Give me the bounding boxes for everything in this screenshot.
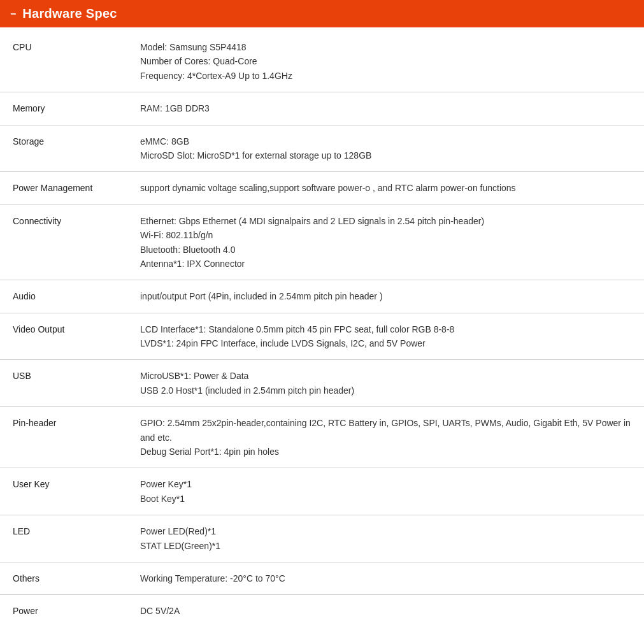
spec-value-line: RAM: 1GB DDR3 — [140, 101, 631, 115]
spec-label: Video Output — [0, 313, 127, 360]
spec-value-line: Bluetooth: Bluetooth 4.0 — [140, 243, 631, 257]
spec-value-line: Debug Serial Port*1: 4pin pin holes — [140, 445, 631, 459]
spec-value-line: LCD Interface*1: Standalone 0.5mm pitch … — [140, 322, 631, 336]
page-title: Hardware Spec — [22, 6, 117, 21]
table-row: PowerDC 5V/2A — [0, 595, 644, 627]
spec-value-line: Working Temperature: -20°C to 70°C — [140, 571, 631, 585]
spec-value: Model: Samsung S5P4418Number of Cores: Q… — [127, 27, 644, 92]
spec-value: input/output Port (4Pin, included in 2.5… — [127, 280, 644, 313]
table-row: ConnectivityEthernet: Gbps Ethernet (4 M… — [0, 204, 644, 280]
spec-label: Power Management — [0, 172, 127, 204]
spec-label: CPU — [0, 27, 127, 92]
table-row: User KeyPower Key*1Boot Key*1 — [0, 468, 644, 515]
spec-value-line: STAT LED(Green)*1 — [140, 539, 631, 553]
spec-label: Power — [0, 595, 127, 627]
table-row: StorageeMMC: 8GBMicroSD Slot: MicroSD*1 … — [0, 125, 644, 172]
table-row: LEDPower LED(Red)*1STAT LED(Green)*1 — [0, 515, 644, 562]
spec-value: RAM: 1GB DDR3 — [127, 92, 644, 125]
spec-label: Audio — [0, 280, 127, 313]
spec-value: LCD Interface*1: Standalone 0.5mm pitch … — [127, 313, 644, 360]
spec-label: User Key — [0, 468, 127, 515]
table-row: Audioinput/output Port (4Pin, included i… — [0, 280, 644, 313]
spec-value-line: support dynamic voltage scaling,support … — [140, 181, 631, 195]
spec-value-line: Power Key*1 — [140, 477, 631, 491]
spec-value-line: Antenna*1: IPX Connector — [140, 257, 631, 271]
spec-value: DC 5V/2A — [127, 595, 644, 627]
spec-value-line: Power LED(Red)*1 — [140, 524, 631, 538]
spec-value-line: eMMC: 8GB — [140, 134, 631, 148]
spec-value-line: Boot Key*1 — [140, 492, 631, 506]
spec-value-line: MicroSD Slot: MicroSD*1 for external sto… — [140, 148, 631, 162]
table-row: Video OutputLCD Interface*1: Standalone … — [0, 313, 644, 360]
spec-value-line: USB 2.0 Host*1 (included in 2.54mm pitch… — [140, 383, 631, 397]
spec-label: Storage — [0, 125, 127, 172]
spec-value: GPIO: 2.54mm 25x2pin-header,containing I… — [127, 407, 644, 468]
spec-value-line: Ethernet: Gbps Ethernet (4 MDI signalpai… — [140, 214, 631, 228]
table-row: OthersWorking Temperature: -20°C to 70°C — [0, 562, 644, 594]
spec-value-line: Model: Samsung S5P4418 — [140, 40, 631, 54]
spec-value-line: input/output Port (4Pin, included in 2.5… — [140, 289, 631, 303]
spec-value: Ethernet: Gbps Ethernet (4 MDI signalpai… — [127, 204, 644, 280]
table-row: Power Managementsupport dynamic voltage … — [0, 172, 644, 204]
spec-value-line: DC 5V/2A — [140, 604, 631, 618]
spec-value-line: GPIO: 2.54mm 25x2pin-header,containing I… — [140, 416, 631, 445]
spec-value-line: Wi-Fi: 802.11b/g/n — [140, 228, 631, 242]
spec-value-line: Number of Cores: Quad-Core — [140, 54, 631, 68]
spec-value: MicroUSB*1: Power & DataUSB 2.0 Host*1 (… — [127, 360, 644, 407]
spec-label: Connectivity — [0, 204, 127, 280]
spec-value-line: LVDS*1: 24pin FPC Interface, include LVD… — [140, 336, 631, 350]
spec-value: Working Temperature: -20°C to 70°C — [127, 562, 644, 594]
spec-label: LED — [0, 515, 127, 562]
table-row: USBMicroUSB*1: Power & DataUSB 2.0 Host*… — [0, 360, 644, 407]
table-row: MemoryRAM: 1GB DDR3 — [0, 92, 644, 125]
table-row: CPUModel: Samsung S5P4418Number of Cores… — [0, 27, 644, 92]
spec-value: eMMC: 8GBMicroSD Slot: MicroSD*1 for ext… — [127, 125, 644, 172]
spec-value-line: MicroUSB*1: Power & Data — [140, 369, 631, 383]
spec-label: Memory — [0, 92, 127, 125]
spec-value: Power LED(Red)*1STAT LED(Green)*1 — [127, 515, 644, 562]
table-row: Pin-headerGPIO: 2.54mm 25x2pin-header,co… — [0, 407, 644, 468]
spec-value: Power Key*1Boot Key*1 — [127, 468, 644, 515]
spec-label: Others — [0, 562, 127, 594]
collapse-icon[interactable]: − — [10, 8, 16, 20]
spec-label: USB — [0, 360, 127, 407]
spec-label: Pin-header — [0, 407, 127, 468]
spec-value: support dynamic voltage scaling,support … — [127, 172, 644, 204]
page-header: − Hardware Spec — [0, 0, 644, 27]
spec-value-line: Frequency: 4*Cortex-A9 Up to 1.4GHz — [140, 69, 631, 83]
hardware-spec-table: CPUModel: Samsung S5P4418Number of Cores… — [0, 27, 644, 627]
